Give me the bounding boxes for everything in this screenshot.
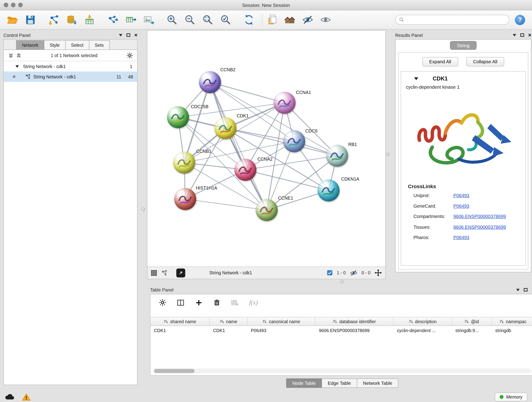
help-button[interactable]: ? [515, 15, 525, 25]
network-node-CCNB1[interactable] [173, 152, 195, 174]
memory-button[interactable]: Memory [495, 393, 527, 401]
tab-sets[interactable]: Sets [89, 40, 109, 50]
float-panel-icon[interactable] [126, 33, 130, 37]
expand-all-button[interactable]: Expand All [422, 57, 458, 66]
cell-id[interactable]: stringdb:9... [452, 326, 492, 335]
column-header-database-identifier[interactable]: database identifier [316, 317, 394, 326]
network-node-HIST1H1A[interactable] [174, 188, 196, 210]
tab-network-table[interactable]: Network Table [357, 379, 399, 388]
warning-icon[interactable] [22, 393, 31, 401]
column-header-description[interactable]: description [394, 317, 452, 326]
zoom-in-button[interactable] [164, 12, 179, 27]
expand-all-icon[interactable] [16, 52, 22, 58]
network-node-CDK1[interactable] [215, 117, 236, 139]
show-all-button[interactable] [318, 12, 333, 27]
collapse-panel-icon[interactable] [516, 288, 519, 293]
close-window-icon[interactable] [4, 3, 8, 7]
cell-description[interactable]: cyclin-dependent ... [394, 326, 452, 335]
crosslink-link[interactable]: P06493 [453, 232, 469, 243]
splitter-handle[interactable] [386, 153, 389, 156]
network-node-CCNA2[interactable] [234, 159, 256, 181]
save-session-button[interactable] [23, 12, 38, 27]
network-collection-row[interactable]: String Network - cdk1 1 [4, 61, 137, 71]
open-session-button[interactable] [5, 12, 20, 27]
gear-icon[interactable] [127, 52, 133, 59]
column-header-name[interactable]: name [210, 317, 247, 326]
zoom-out-button[interactable] [182, 12, 197, 27]
grid-view-icon[interactable] [151, 270, 157, 276]
clipboard-button[interactable] [264, 12, 279, 27]
column-header-id[interactable]: @id [452, 317, 492, 326]
splitter-handle[interactable] [340, 280, 344, 283]
cell-canonical-name[interactable]: P06493 [247, 326, 316, 335]
hidden-eye-icon[interactable] [350, 269, 357, 276]
network-row-selected[interactable]: String Network - cdk1 11 48 [4, 71, 137, 82]
zoom-selected-button[interactable] [218, 12, 233, 27]
network-node-CCNB2[interactable] [199, 71, 221, 93]
cell-name[interactable]: CDK1 [210, 326, 247, 335]
close-panel-icon[interactable]: × [134, 32, 138, 38]
show-columns-icon[interactable] [177, 299, 185, 307]
column-header-namespace[interactable]: namespac [492, 317, 532, 326]
network-node-CDC25B[interactable] [167, 106, 189, 128]
crosslink-link[interactable]: P06493 [453, 191, 469, 201]
cell-namespace[interactable]: stringdb [492, 326, 532, 335]
collapse-panel-icon[interactable] [513, 34, 516, 38]
collapse-all-icon[interactable] [8, 52, 14, 58]
selected-checkbox-icon[interactable] [327, 270, 333, 276]
network-node-RB1[interactable] [326, 145, 348, 167]
hide-selected-button[interactable] [300, 12, 315, 27]
maximize-window-icon[interactable] [18, 3, 23, 7]
zoom-fit-button[interactable] [200, 12, 215, 27]
import-network-database-button[interactable] [64, 12, 79, 27]
tab-style[interactable]: Style [44, 40, 65, 50]
splitter-handle[interactable] [142, 208, 145, 211]
gene-header-row[interactable]: CDK1 [401, 71, 526, 83]
home-button[interactable] [282, 12, 298, 27]
horizontal-scrollbar[interactable] [153, 369, 532, 373]
import-network-file-button[interactable] [46, 12, 61, 27]
cell-shared-name[interactable]: CDK1 [151, 326, 210, 335]
scrollbar-thumb[interactable] [154, 369, 195, 373]
add-column-icon[interactable] [195, 299, 203, 307]
search-input[interactable] [406, 17, 506, 22]
minimize-window-icon[interactable] [11, 3, 16, 7]
network-canvas[interactable]: CCNB2CCNA1CDC25BCDK1CDC6RB1CCNB1CCNA2CDK… [147, 31, 385, 267]
function-builder-icon[interactable]: f(x) [249, 299, 258, 306]
column-header-shared-name[interactable]: shared name [151, 317, 210, 326]
network-node-CCNE1[interactable] [256, 199, 278, 221]
tab-string-results[interactable]: String [450, 41, 477, 50]
crosshair-icon[interactable] [375, 269, 382, 277]
crosslink-link[interactable]: P06493 [453, 201, 469, 211]
crosslink-link[interactable]: 9606.ENSP00000378699 [453, 222, 506, 232]
float-panel-icon[interactable] [520, 33, 524, 37]
delete-table-icon[interactable] [231, 299, 239, 307]
network-node-CDKN1A[interactable] [317, 179, 340, 201]
import-table-button[interactable] [82, 12, 97, 27]
export-image-button[interactable] [141, 12, 156, 27]
collapse-all-button[interactable]: Collapse All [466, 57, 504, 66]
apply-layout-button[interactable] [241, 12, 256, 27]
table-row[interactable]: CDK1 CDK1 P06493 9606.ENSP00000378699 cy… [151, 326, 532, 335]
export-network-button[interactable] [105, 12, 120, 27]
collapse-panel-icon[interactable] [119, 34, 122, 38]
network-node-CCNA1[interactable] [273, 92, 296, 114]
float-panel-icon[interactable] [524, 288, 527, 292]
search-box[interactable] [395, 15, 509, 25]
birds-eye-icon[interactable] [161, 269, 168, 276]
tab-edge-table[interactable]: Edge Table [322, 379, 357, 388]
export-table-button[interactable] [123, 12, 138, 27]
gear-icon[interactable] [159, 299, 166, 306]
tab-select[interactable]: Select [65, 40, 89, 50]
network-node-CDC6[interactable] [283, 130, 305, 153]
cloud-icon[interactable] [5, 393, 14, 401]
tree-expander-icon[interactable] [16, 65, 19, 69]
collapse-section-icon[interactable] [414, 77, 418, 82]
crosslink-link[interactable]: 9606.ENSP00000378699 [453, 211, 506, 222]
trash-icon[interactable] [213, 299, 221, 306]
close-panel-icon[interactable]: × [528, 32, 531, 38]
tab-network[interactable]: Network [16, 40, 44, 50]
open-in-new-icon[interactable] [177, 268, 185, 277]
cell-database-identifier[interactable]: 9606.ENSP00000378699 [316, 326, 394, 335]
column-header-canonical-name[interactable]: canonical name [247, 317, 316, 326]
